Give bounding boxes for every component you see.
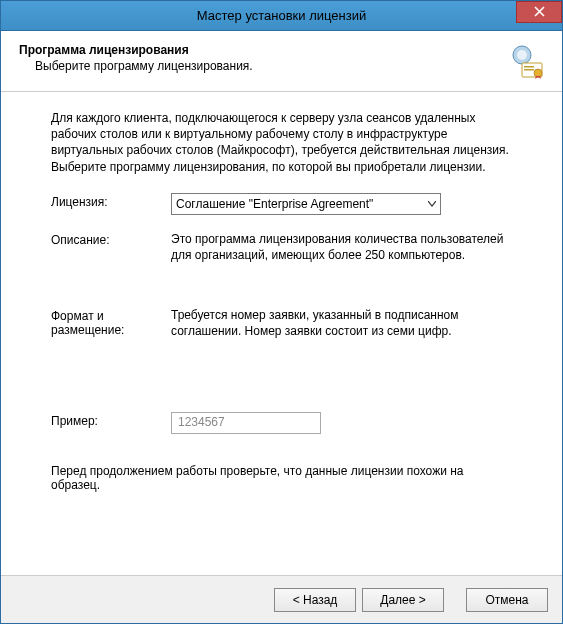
format-value: Требуется номер заявки, указанный в подп…	[171, 307, 512, 339]
description-label: Описание:	[51, 231, 171, 247]
header-title: Программа лицензирования	[19, 43, 500, 57]
wizard-content: Для каждого клиента, подключающегося к с…	[1, 92, 562, 502]
example-input: 1234567	[171, 412, 321, 434]
license-row: Лицензия: Соглашение "Enterprise Agreeme…	[51, 193, 512, 215]
license-select[interactable]: Соглашение "Enterprise Agreement"	[171, 193, 441, 215]
svg-rect-3	[524, 66, 534, 68]
description-row: Описание: Это программа лицензирования к…	[51, 231, 512, 263]
example-value: 1234567	[178, 414, 225, 430]
wizard-header: Программа лицензирования Выберите програ…	[1, 31, 562, 92]
verify-text: Перед продолжением работы проверьте, что…	[51, 464, 512, 492]
chevron-down-icon	[428, 197, 436, 211]
close-button[interactable]	[516, 1, 562, 23]
description-value: Это программа лицензирования количества …	[171, 231, 512, 263]
license-icon	[508, 43, 544, 79]
close-icon	[534, 5, 545, 20]
svg-rect-4	[524, 69, 534, 71]
cancel-button[interactable]: Отмена	[466, 588, 548, 612]
next-button[interactable]: Далее >	[362, 588, 444, 612]
svg-point-5	[534, 69, 542, 77]
format-row: Формат и размещение: Требуется номер зая…	[51, 307, 512, 339]
intro-text: Для каждого клиента, подключающегося к с…	[51, 110, 512, 175]
example-label: Пример:	[51, 412, 171, 428]
format-label: Формат и размещение:	[51, 307, 171, 337]
button-bar: < Назад Далее > Отмена	[1, 575, 562, 623]
header-text: Программа лицензирования Выберите програ…	[19, 43, 500, 73]
titlebar: Мастер установки лицензий	[1, 1, 562, 31]
header-subtitle: Выберите программу лицензирования.	[19, 59, 500, 73]
example-row: Пример: 1234567	[51, 412, 512, 434]
back-button[interactable]: < Назад	[274, 588, 356, 612]
license-select-value: Соглашение "Enterprise Agreement"	[176, 196, 373, 212]
svg-point-1	[517, 50, 527, 60]
wizard-window: Мастер установки лицензий Программа лице…	[0, 0, 563, 624]
license-label: Лицензия:	[51, 193, 171, 209]
window-title: Мастер установки лицензий	[197, 8, 366, 23]
